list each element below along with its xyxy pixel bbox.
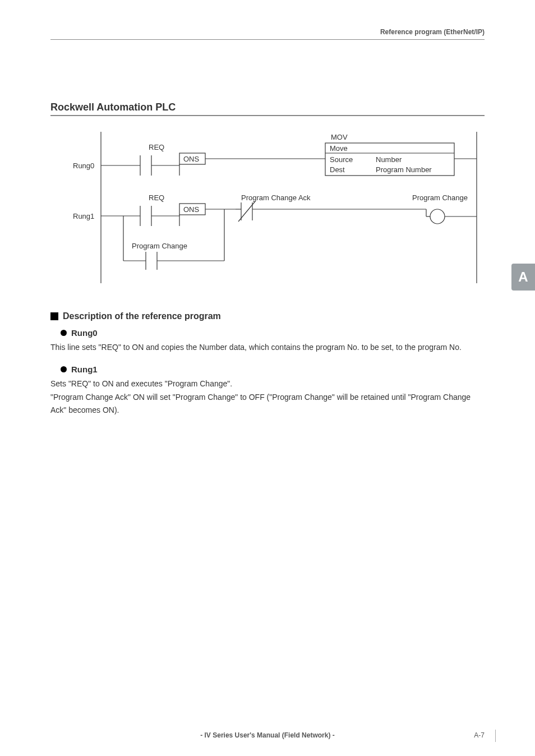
footer: - IV Series User's Manual (Field Network… — [0, 731, 535, 739]
program-number-label: Program Number — [376, 165, 432, 174]
program-change-output-label: Program Change — [412, 193, 468, 202]
dest-label: Dest — [330, 165, 345, 174]
rung0-heading-row: Rung0 — [61, 328, 485, 338]
ladder-diagram: Rung0 REQ ONS MOV Move Source Dest Numbe… — [67, 126, 485, 289]
ons-label-1: ONS — [183, 205, 200, 214]
rung0-text: This line sets "REQ" to ON and copies th… — [50, 341, 485, 354]
rung0-title: Rung0 — [71, 328, 98, 338]
req-label-0: REQ — [149, 143, 164, 151]
program-change-contact-label: Program Change — [132, 242, 187, 250]
square-bullet-icon — [50, 312, 58, 320]
breadcrumb: Reference program (EtherNet/IP) — [50, 28, 485, 36]
description-heading-row: Description of the reference program — [50, 311, 485, 321]
mov-label: MOV — [331, 133, 348, 141]
rung0-label: Rung0 — [73, 162, 94, 170]
section-rule — [50, 115, 485, 116]
svg-point-25 — [430, 209, 445, 224]
move-label: Move — [330, 144, 348, 153]
rung1-text: Sets "REQ" to ON and executes "Program C… — [50, 377, 485, 417]
circle-bullet-icon — [61, 366, 67, 372]
footer-center: - IV Series User's Manual (Field Network… — [200, 731, 335, 739]
program-change-ack-label: Program Change Ack — [241, 193, 311, 202]
section-title: Rockwell Automation PLC — [50, 102, 485, 113]
number-label: Number — [376, 155, 402, 164]
source-label: Source — [330, 155, 353, 164]
header-rule — [50, 39, 485, 40]
description-heading: Description of the reference program — [63, 311, 221, 321]
circle-bullet-icon — [61, 330, 67, 336]
rung1-label: Rung1 — [73, 212, 94, 220]
rung1-heading-row: Rung1 — [61, 365, 485, 374]
page-number: A-7 — [474, 731, 485, 739]
req-label-1: REQ — [149, 193, 164, 202]
rung1-title: Rung1 — [71, 365, 98, 374]
footer-divider — [495, 730, 496, 742]
ladder-svg: Rung0 REQ ONS MOV Move Source Dest Numbe… — [67, 126, 482, 289]
ons-label-0: ONS — [183, 155, 200, 163]
appendix-tab: A — [511, 264, 535, 291]
